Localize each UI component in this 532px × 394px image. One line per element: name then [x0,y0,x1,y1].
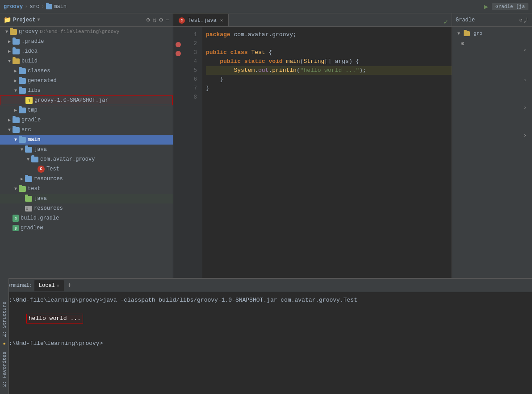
tree-item-test-class[interactable]: ▶ C Test [0,164,173,174]
code-line-1: package com.avatar.groovy; [206,30,452,39]
breadcrumb-project[interactable]: groovy [4,4,23,10]
tree-item-classes[interactable]: ▶ classes [0,66,173,76]
top-bar: groovy › src › main ▶ Gradle [ja [0,0,532,13]
tree-item-gradlew[interactable]: ▶ g gradlew [0,223,173,233]
terminal-prompt-line: D:\0md-file\learning\groovy> [5,339,527,348]
test-class-label: Test [46,166,59,172]
gradlew-label: gradlew [21,225,43,231]
generated-label: generated [28,78,57,84]
tree-item-src[interactable]: ▼ src [0,125,173,135]
java-dir-label: java [34,146,47,153]
code-content[interactable]: package com.avatar.groovy; public class … [202,27,452,278]
tab-test-java[interactable]: C Test.java ✕ [173,14,229,26]
tree-item-test[interactable]: ▼ test [0,184,173,194]
build-gradle-label: build.gradle [21,215,59,221]
arrow-right-1[interactable]: › [522,75,528,85]
tree-item-build-gradle[interactable]: ▶ g build.gradle [0,213,173,223]
line-num-5: 5 [182,66,200,75]
structure-label[interactable]: Z: Structure [0,298,8,340]
tree-item-libs[interactable]: ▼ libs [0,86,173,95]
locate-icon[interactable]: ⊕ [146,16,150,24]
terminal-command-line: D:\0md-file\learning\groovy>java -classp… [5,296,527,305]
libs-label: libs [28,87,41,94]
file-tree[interactable]: ▼ groovy D:\0md-file\learning\groovy ▶ .… [0,27,173,278]
hello-world-output: hello world ... [26,314,83,323]
build-label: build [21,58,38,64]
toggle-libs[interactable]: ▼ [13,87,19,94]
tree-item-gradle-dir[interactable]: ▶ .gradle [0,37,173,46]
idea-icon [13,49,20,54]
folder-icon-header: 📁 [4,16,11,24]
gradle-toggle[interactable]: ▼ [456,30,462,37]
tree-item-build[interactable]: ▼ build [0,56,173,66]
breadcrumb-main-label: main [54,4,67,10]
breadcrumb-main[interactable]: main [46,4,67,10]
terminal-content[interactable]: D:\0md-file\learning\groovy>java -classp… [0,292,532,394]
settings-icon[interactable]: ⚙ [159,16,163,24]
tree-item-resources[interactable]: ▶ resources [0,174,173,184]
arrow-down-1[interactable]: ˅ [522,19,528,29]
breadcrumb-folder-icon [46,4,52,9]
toggle-resources[interactable]: ▶ [19,176,25,182]
tree-item-gradle[interactable]: ▶ gradle [0,115,173,125]
add-terminal-tab[interactable]: + [66,282,74,290]
breadcrumb-sep2: › [41,4,44,10]
tree-root[interactable]: ▼ groovy D:\0md-file\learning\groovy [0,27,173,37]
star-icon: ★ [3,340,6,346]
build-icon [13,58,20,64]
tree-item-package[interactable]: ▼ com.avatar.groovy [0,154,173,164]
toggle-package[interactable]: ▼ [25,156,31,162]
tree-item-tmp[interactable]: ▶ tmp [0,105,173,115]
main-content: 📁 Project ▼ ⊕ ⇅ ⚙ − ▼ groovy D:\0md-file… [0,13,532,278]
toggle-java-dir[interactable]: ▼ [19,146,25,153]
panel-header: 📁 Project ▼ ⊕ ⇅ ⚙ − [0,13,173,27]
tree-item-java-dir[interactable]: ▼ java [0,145,173,154]
top-bar-right: ▶ Gradle [ja [484,2,528,11]
toggle-tmp[interactable]: ▶ [13,107,19,113]
collapse-icon[interactable]: ⇅ [153,16,156,24]
main-icon [19,137,26,143]
toggle-generated[interactable]: ▶ [13,78,19,84]
jar-label: groovy-1.0-SNAPSHOT.jar [34,97,109,104]
toggle-idea[interactable]: ▶ [6,48,13,54]
dropdown-arrow[interactable]: ▼ [37,17,40,22]
arrow-right-3[interactable]: › [522,131,528,141]
toggle-root[interactable]: ▼ [4,29,10,35]
line-num-6: 6 [182,75,200,84]
gradle-folder-icon [464,31,470,36]
tree-item-generated[interactable]: ▶ generated [0,76,173,86]
toggle-classes[interactable]: ▶ [13,68,19,74]
favorites-label[interactable]: 2: Favorites [0,348,8,390]
breadcrumb-src[interactable]: src [29,4,39,10]
generated-icon [19,78,26,84]
breakpoint-4 [176,51,181,56]
editor-header-right: ✓ [444,17,452,26]
classes-icon [19,68,26,74]
test-resources-icon: ⚙ [25,206,32,212]
tab-close-icon[interactable]: ✕ [220,17,223,23]
run-icon[interactable]: ▶ [484,2,488,11]
bottom-panel: Terminal: Local ✕ + D:\0md-file\learning… [0,278,532,394]
tab-local[interactable]: Local ✕ [34,280,64,291]
arrow-right-2[interactable]: › [522,103,528,113]
src-icon [13,127,20,133]
toggle-gradle-dir[interactable]: ▶ [6,38,13,45]
panel-title-label: Project [13,17,35,23]
tree-item-jar[interactable]: ▶ j groovy-1.0-SNAPSHOT.jar [0,95,173,105]
local-tab-close[interactable]: ✕ [57,283,59,288]
tree-item-idea[interactable]: ▶ .idea [0,46,173,56]
terminal-hello-line: hello world ... [5,305,527,332]
toggle-src[interactable]: ▼ [6,127,13,133]
toggle-gradle[interactable]: ▶ [6,117,13,123]
tree-item-test-resources[interactable]: ▶ ⚙ resources [0,203,173,213]
tree-item-main[interactable]: ▼ main [0,135,173,145]
toggle-test[interactable]: ▼ [13,186,19,192]
close-panel-icon[interactable]: − [166,17,169,24]
editor-area: C Test.java ✕ ✓ 1 2 3 4 5 6 [173,13,452,278]
toggle-main[interactable]: ▼ [13,137,19,143]
gradle-badge[interactable]: Gradle [ja [492,3,528,10]
toggle-build[interactable]: ▼ [6,58,13,64]
tree-item-test-java[interactable]: ▶ java [0,194,173,203]
idea-label: .idea [21,48,38,54]
arrow-down-2[interactable]: ˅ [522,47,528,58]
